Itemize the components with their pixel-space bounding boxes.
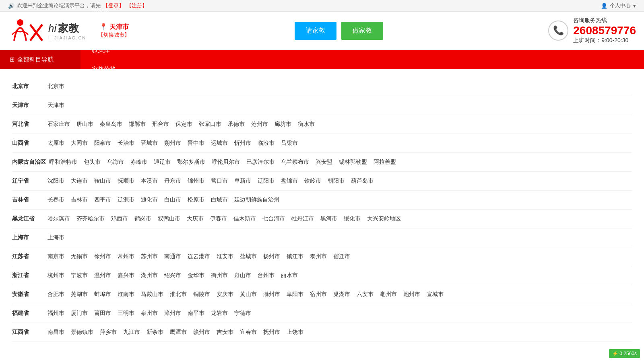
city-link[interactable]: 无锡市 [68,252,91,261]
city-link[interactable]: 葫芦岛市 [348,177,377,185]
city-link[interactable]: 邢台市 [149,120,172,129]
city-link[interactable]: 丹东市 [161,177,184,185]
city-link[interactable]: 忻州市 [231,139,254,148]
city-link[interactable]: 宣城市 [423,290,447,299]
nav-item-教员库[interactable]: 教员库 [80,40,127,60]
nav-item-家教须知[interactable]: 家教须知 [80,79,127,98]
city-link[interactable]: 白山市 [161,195,184,204]
city-link[interactable]: 通化市 [138,195,161,204]
city-link[interactable]: 镇江市 [283,252,307,261]
city-link[interactable]: 盘锦市 [278,177,301,185]
city-link[interactable]: 铜陵市 [190,290,213,299]
city-link[interactable]: 天津市 [44,101,68,110]
nav-item-做家教[interactable]: 做家教 [80,21,127,40]
city-link[interactable]: 衢州市 [208,271,231,280]
city-link[interactable]: 南平市 [184,309,208,318]
nav-item-请家教[interactable]: 请家教 [80,2,127,21]
city-link[interactable]: 承德市 [225,120,248,129]
city-link[interactable]: 杭州市 [44,271,68,280]
city-link[interactable]: 北京市 [44,82,68,91]
city-link[interactable]: 泰州市 [307,252,330,261]
city-link[interactable]: 赣州市 [190,328,213,337]
city-link[interactable]: 温州市 [91,271,114,280]
city-link[interactable]: 滁州市 [260,290,283,299]
city-link[interactable]: 双鸭山市 [155,214,184,223]
city-link[interactable]: 台州市 [254,271,278,280]
city-link[interactable]: 漳州市 [161,309,184,318]
city-link[interactable]: 巢湖市 [330,290,353,299]
city-link[interactable]: 鸡西市 [108,214,131,223]
city-link[interactable]: 运城市 [208,139,231,148]
city-link[interactable]: 兴安盟 [312,158,336,167]
city-link[interactable]: 铁岭市 [301,177,324,185]
city-link[interactable]: 保定市 [172,120,196,129]
city-link[interactable]: 白城市 [208,195,231,204]
nav-item-家教价格[interactable]: 家教价格 [80,60,127,79]
city-link[interactable]: 大庆市 [184,214,207,223]
city-link[interactable]: 安庆市 [213,290,237,299]
city-link[interactable]: 龙岩市 [208,309,231,318]
city-link[interactable]: 亳州市 [377,290,400,299]
city-link[interactable]: 吕梁市 [278,139,301,148]
city-link[interactable]: 哈尔滨市 [44,214,73,223]
city-link[interactable]: 马鞍山市 [138,290,167,299]
city-link[interactable]: 沧州市 [248,120,271,129]
city-link[interactable]: 大连市 [68,177,91,185]
city-link[interactable]: 乌海市 [104,158,127,167]
city-link[interactable]: 乌兰察布市 [278,158,312,167]
city-link[interactable]: 七台河市 [259,214,288,223]
city-link[interactable]: 石家庄市 [44,120,73,129]
city-link[interactable]: 金华市 [184,271,208,280]
city-link[interactable]: 芜湖市 [68,290,91,299]
city-link[interactable]: 佳木斯市 [230,214,259,223]
user-center-button[interactable]: 👤 个人中心 ▾ [601,2,636,9]
city-link[interactable]: 太原市 [44,139,68,148]
city-link[interactable]: 晋城市 [138,139,161,148]
city-link[interactable]: 鞍山市 [91,177,114,185]
city-link[interactable]: 晋中市 [184,139,208,148]
city-link[interactable]: 嘉兴市 [114,271,138,280]
register-link[interactable]: 【注册】 [126,2,147,9]
city-link[interactable]: 绥化市 [341,214,364,223]
city-link[interactable]: 盐城市 [237,252,260,261]
city-link[interactable]: 宿迁市 [330,252,353,261]
city-link[interactable]: 衡水市 [295,120,318,129]
city-link[interactable]: 宜春市 [237,328,260,337]
city-link[interactable]: 上海市 [44,233,68,242]
city-link[interactable]: 合肥市 [44,290,68,299]
city-link[interactable]: 四平市 [91,195,114,204]
city-link[interactable]: 丽水市 [278,271,301,280]
city-link[interactable]: 蚌埠市 [91,290,114,299]
city-link[interactable]: 延边朝鲜族自治州 [231,195,283,204]
city-link[interactable]: 廊坊市 [271,120,295,129]
city-link[interactable]: 淮南市 [114,290,138,299]
city-link[interactable]: 扬州市 [260,252,283,261]
city-link[interactable]: 唐山市 [73,120,97,129]
city-link[interactable]: 鹰潭市 [167,328,190,337]
city-link[interactable]: 牡丹江市 [288,214,317,223]
city-link[interactable]: 宿州市 [307,290,330,299]
nav-item-家长学堂[interactable]: 家长学堂 [80,98,127,117]
city-link[interactable]: 厦门市 [68,309,91,318]
city-link[interactable]: 吉安市 [213,328,237,337]
city-link[interactable]: 宁波市 [68,271,91,280]
city-link[interactable]: 常州市 [114,252,138,261]
city-link[interactable]: 伊春市 [207,214,230,223]
city-link[interactable]: 秦皇岛市 [97,120,126,129]
city-link[interactable]: 沈阳市 [44,177,68,185]
city-link[interactable]: 南昌市 [44,328,68,337]
city-link[interactable]: 松原市 [184,195,208,204]
city-link[interactable]: 巴彦淖尔市 [243,158,278,167]
city-link[interactable]: 赤峰市 [127,158,151,167]
zuo-jiajiao-button[interactable]: 做家教 [341,22,383,40]
city-link[interactable]: 三明市 [114,309,138,318]
city-link[interactable]: 朝阳市 [324,177,348,185]
city-link[interactable]: 新余市 [143,328,167,337]
city-link[interactable]: 阳泉市 [91,139,114,148]
city-link[interactable]: 长治市 [114,139,138,148]
city-link[interactable]: 大兴安岭地区 [364,214,404,223]
city-link[interactable]: 本溪市 [138,177,161,185]
city-link[interactable]: 辽阳市 [254,177,278,185]
city-link[interactable]: 锡林郭勒盟 [336,158,370,167]
qing-jiajiao-button[interactable]: 请家教 [295,22,336,40]
